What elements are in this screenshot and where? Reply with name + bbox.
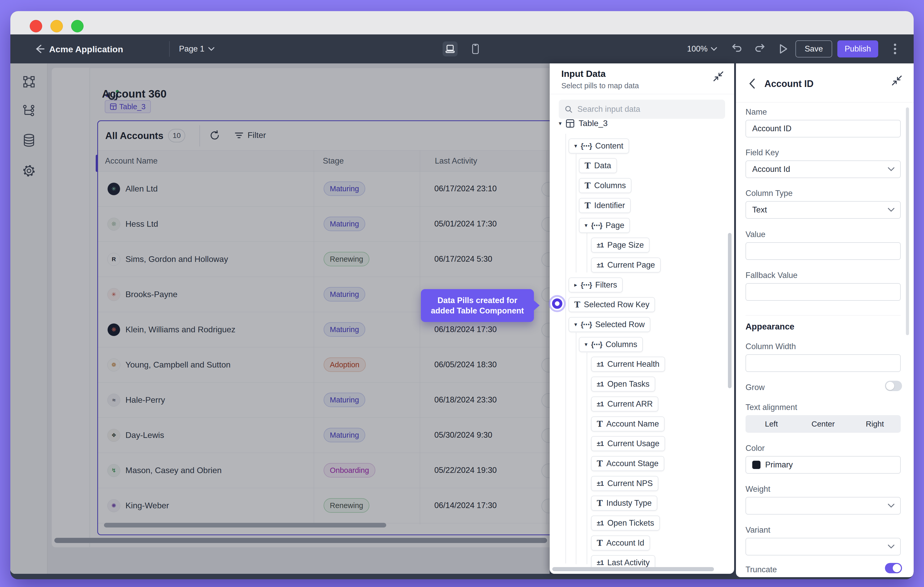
collapse-icon [891,75,903,86]
appearance-heading: Appearance [746,322,794,332]
text-type-icon: T [597,538,603,548]
more-menu-button[interactable] [888,42,902,56]
variant-select[interactable] [746,538,901,556]
data-pill-page-size[interactable]: ±1Page Size [591,238,650,253]
inspector-panel: Account ID Name Account ID Field Key Acc… [736,63,914,577]
selected-pill-marker[interactable] [549,295,566,312]
play-icon [778,43,788,55]
field-key-select[interactable]: Account Id [746,160,901,178]
input-data-title: Input Data [561,69,606,79]
truncate-toggle[interactable] [885,563,902,573]
column-width-field[interactable] [746,354,901,372]
data-pill-account-name[interactable]: TAccount Name [591,417,665,432]
collapse-panel-button[interactable] [713,71,724,82]
data-pill-open-tasks[interactable]: ±1Open Tasks [591,377,655,392]
data-pill-content[interactable]: ▾{⋯}Content [569,139,629,154]
data-pill-current-usage[interactable]: ±1Current Usage [591,436,665,451]
column-type-label: Column Type [746,189,793,198]
data-pill-filters[interactable]: ▸{⋯}Filters [569,278,623,293]
desktop-view-button[interactable] [442,41,458,56]
data-pill-identifier[interactable]: TIdentifier [579,198,631,213]
builder-toolbar: Acme Application Page 1 100% [10,35,914,63]
page-selector[interactable]: Page 1 [179,44,215,54]
back-button[interactable] [32,42,46,56]
align-right-option[interactable]: Right [849,415,901,433]
data-pill-industy-type[interactable]: TIndusty Type [591,496,657,511]
collapse-inspector-button[interactable] [891,75,903,86]
preview-run-button[interactable] [777,43,790,55]
data-pill-columns[interactable]: TColumns [579,178,632,193]
data-pill-selected-row[interactable]: ▾{⋯}Selected Row [569,317,650,332]
macos-titlebar [10,11,914,35]
inspector-back-button[interactable] [747,78,757,89]
builder-content: Account 360 Table_3 All Accounts 10 [10,63,914,579]
pill-label: Columns [606,340,637,349]
data-pill-columns[interactable]: ▾{⋯}Columns [579,337,643,352]
publish-button[interactable]: Publish [837,40,878,58]
object-type-icon: {⋯} [591,341,602,349]
column-type-select[interactable]: Text [746,201,901,219]
caret-down-icon[interactable]: ▾ [559,120,562,127]
data-pill-current-nps[interactable]: ±1Current NPS [591,476,658,491]
search-input[interactable]: Search input data [559,100,725,119]
caret-down-icon[interactable]: ▾ [585,222,587,229]
input-panel-horizontal-scrollbar[interactable] [552,567,714,571]
caret-down-icon[interactable]: ▾ [574,321,577,328]
data-pill-current-page[interactable]: ±1Current Page [591,258,661,273]
data-pill-open-tickets[interactable]: ±1Open Tickets [591,516,660,531]
weight-label: Weight [746,484,771,494]
grow-toggle[interactable] [885,381,902,391]
minimize-window-button[interactable] [50,20,63,32]
pill-label: Account Stage [606,459,658,468]
kebab-menu-icon [894,43,896,55]
toolbar-divider [169,41,170,57]
zoom-control[interactable]: 100% [687,44,717,54]
chevron-left-icon [747,78,757,89]
save-button[interactable]: Save [795,40,832,58]
caret-right-icon[interactable]: ▸ [574,281,577,288]
pill-label: Last Activity [607,558,650,567]
app-title: Acme Application [49,44,123,55]
data-pill-current-arr[interactable]: ±1Current ARR [591,397,658,412]
data-pill-data[interactable]: TData [579,158,617,173]
chevron-down-icon [887,207,895,212]
canvas: Account 360 Table_3 All Accounts 10 [10,63,550,574]
undo-button[interactable] [730,43,743,55]
color-select[interactable]: Primary [746,456,901,474]
pill-label: Current Health [607,359,660,369]
arrow-left-icon [34,43,45,55]
align-left-option[interactable]: Left [746,415,797,433]
variant-label: Variant [746,526,771,535]
input-panel-vertical-scrollbar[interactable] [728,233,731,388]
data-pill-current-health[interactable]: ±1Current Health [591,357,665,372]
pill-label: Open Tickets [607,518,654,528]
number-type-icon: ±1 [597,261,604,269]
fallback-value-field[interactable] [746,283,901,301]
inspector-title: Account ID [764,78,813,89]
data-pill-account-id[interactable]: TAccount Id [591,536,650,551]
caret-down-icon[interactable]: ▾ [585,341,587,348]
search-placeholder: Search input data [578,104,640,114]
caret-down-icon[interactable]: ▾ [574,142,577,149]
mobile-view-button[interactable] [468,41,483,56]
data-pill-account-stage[interactable]: TAccount Stage [591,456,664,471]
data-pill-selected-row-key[interactable]: TSelected Row Key [569,297,655,312]
chevron-down-icon [887,167,895,172]
align-center-option[interactable]: Center [797,415,849,433]
name-field[interactable]: Account ID [746,120,901,137]
onboarding-tooltip: Data Pills created for added Table Compo… [421,289,534,322]
pill-label: Identifier [594,201,625,210]
close-window-button[interactable] [30,20,42,32]
inspector-vertical-scrollbar[interactable] [906,107,909,335]
tree-root-table[interactable]: ▾Table_3 [559,119,608,128]
data-pill-page[interactable]: ▾{⋯}Page [579,218,630,233]
value-field[interactable] [746,242,901,260]
redo-button[interactable] [753,43,767,55]
maximize-window-button[interactable] [71,20,84,32]
pill-label: Current Usage [607,439,660,448]
object-type-icon: {⋯} [581,321,592,329]
number-type-icon: ±1 [597,241,604,249]
color-label: Color [746,444,765,453]
weight-select[interactable] [746,497,901,514]
pill-label: Content [595,141,624,150]
